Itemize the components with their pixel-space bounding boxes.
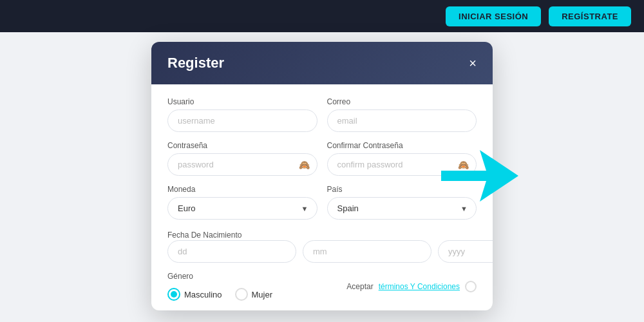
correo-label: Correo: [327, 97, 477, 106]
password-wrapper: 🙈: [167, 153, 317, 176]
login-button[interactable]: INICIAR SESIÓN: [446, 6, 541, 26]
modal-close-button[interactable]: ×: [469, 57, 477, 70]
date-row: [167, 240, 477, 263]
password-input[interactable]: [167, 153, 317, 176]
dd-input[interactable]: [167, 240, 296, 263]
password-eye-icon[interactable]: 🙈: [299, 160, 310, 170]
mujer-option[interactable]: Mujer: [235, 288, 273, 301]
mujer-radio[interactable]: [235, 288, 248, 301]
correo-input[interactable]: [327, 109, 477, 132]
group-correo: Correo: [327, 97, 477, 132]
group-usuario: Usuario: [167, 97, 317, 132]
bottom-row: Género Masculino Mujer Aceptar: [167, 272, 477, 301]
group-contrasena: Contraseña 🙈: [167, 141, 317, 176]
fecha-label: Fecha De Nacimiento: [167, 231, 242, 240]
usuario-label: Usuario: [167, 97, 317, 106]
aceptar-text: Aceptar: [346, 282, 373, 291]
terms-section: Aceptar términos Y Condiciones: [346, 281, 477, 292]
row-usuario-correo: Usuario Correo: [167, 97, 477, 132]
group-yyyy: [438, 240, 493, 263]
confirmar-label: Confirmar Contraseña: [327, 141, 477, 150]
group-dd: [167, 240, 296, 263]
group-mm: [303, 240, 431, 263]
page-background: Register × Usuario Correo Contraseña: [0, 32, 644, 322]
fecha-section: Fecha De Nacimiento: [167, 229, 477, 263]
terms-checkbox[interactable]: [465, 281, 477, 292]
usuario-input[interactable]: [167, 109, 317, 132]
masculino-option[interactable]: Masculino: [167, 288, 222, 301]
masculino-label: Masculino: [184, 290, 222, 299]
row-passwords: Contraseña 🙈 Confirmar Contraseña 🙈: [167, 141, 477, 176]
mujer-label: Mujer: [252, 290, 273, 299]
modal-header: Register ×: [151, 42, 493, 84]
gender-options: Masculino Mujer: [167, 288, 272, 301]
group-moneda: Moneda Euro USD GBP: [167, 185, 317, 220]
terms-link[interactable]: términos Y Condiciones: [379, 282, 460, 291]
masculino-radio[interactable]: [167, 288, 180, 301]
moneda-select-wrapper: Euro USD GBP: [167, 197, 317, 220]
modal-title: Register: [167, 55, 224, 71]
register-button[interactable]: REGÍSTRATE: [549, 6, 631, 26]
moneda-select[interactable]: Euro USD GBP: [167, 197, 317, 220]
svg-marker-0: [441, 150, 518, 202]
mm-input[interactable]: [303, 240, 431, 263]
yyyy-input[interactable]: [438, 240, 493, 263]
genero-label: Género: [167, 272, 272, 281]
arrow-annotation: [441, 150, 518, 202]
moneda-label: Moneda: [167, 185, 317, 194]
navbar: INICIAR SESIÓN REGÍSTRATE: [0, 0, 644, 32]
row-moneda-pais: Moneda Euro USD GBP País Spain: [167, 185, 477, 220]
gender-section: Género Masculino Mujer: [167, 272, 272, 301]
contrasena-label: Contraseña: [167, 141, 317, 150]
